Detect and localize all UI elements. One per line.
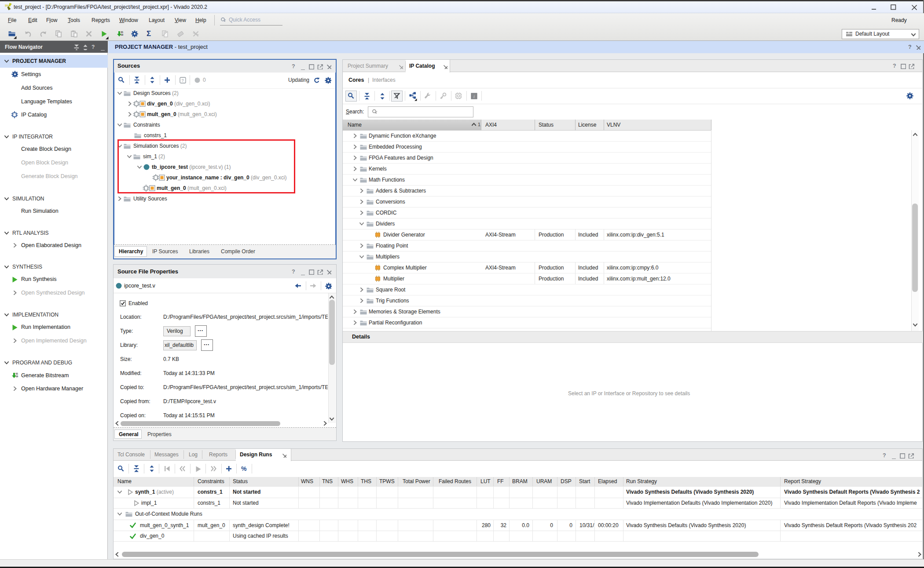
svg-text:?: ? bbox=[181, 78, 183, 83]
svg-text:i: i bbox=[473, 94, 475, 98]
svg-text:10: 10 bbox=[121, 33, 123, 36]
svg-text:10: 10 bbox=[15, 375, 18, 378]
